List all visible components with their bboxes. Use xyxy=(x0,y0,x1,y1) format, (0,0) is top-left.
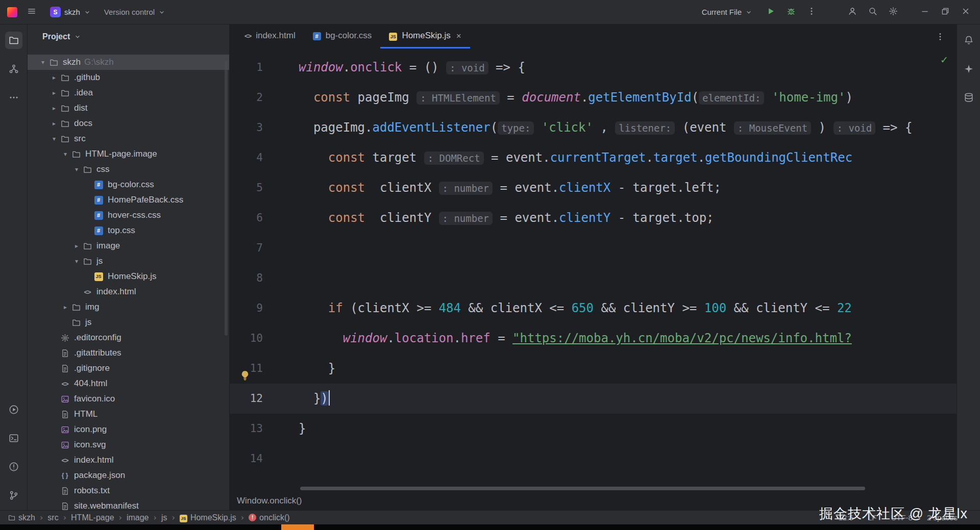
tab-homeskip-js[interactable]: JSHomeSkip.js× xyxy=(380,24,470,48)
breadcrumb-onclick[interactable]: !onclick() xyxy=(249,513,290,522)
breadcrumb-image[interactable]: image xyxy=(127,513,149,522)
tree-item-package-json[interactable]: { }package.json xyxy=(28,468,229,483)
gutter-line-number[interactable]: 10 xyxy=(230,323,299,354)
tree-item-gitignore[interactable]: .gitignore xyxy=(28,361,229,376)
project-folder-icon[interactable] xyxy=(5,32,22,49)
gutter-line-number[interactable]: 6 xyxy=(230,203,299,233)
tree-item-img[interactable]: ▸img xyxy=(28,299,229,315)
tree-chevron-icon[interactable]: ▾ xyxy=(71,166,82,173)
tree-item-top-css[interactable]: #top.css xyxy=(28,223,229,238)
tree-item-github[interactable]: ▸.github xyxy=(28,70,229,85)
breadcrumb-src[interactable]: src xyxy=(47,513,58,522)
gutter-line-number[interactable]: 7 xyxy=(230,233,299,263)
breadcrumb-js[interactable]: js xyxy=(161,513,167,522)
code-line[interactable]: 13} xyxy=(230,414,957,444)
intention-lightbulb-icon[interactable] xyxy=(239,362,251,373)
code-line[interactable]: 11 } xyxy=(230,354,957,384)
tree-item-index-html[interactable]: <>index.html xyxy=(28,452,229,468)
tree-item-docs[interactable]: ▸docs xyxy=(28,116,229,131)
tree-chevron-icon[interactable]: ▾ xyxy=(48,135,60,142)
gutter-line-number[interactable]: 3 xyxy=(230,113,299,143)
gutter-line-number[interactable]: 9 xyxy=(230,293,299,323)
project-widget[interactable]: S skzh xyxy=(46,4,95,20)
debug-button[interactable] xyxy=(782,3,800,21)
tab-index-html[interactable]: <>index.html xyxy=(236,24,304,48)
close-button[interactable] xyxy=(957,3,975,21)
tree-item-src[interactable]: ▾src xyxy=(28,131,229,146)
gutter-line-number[interactable]: 4 xyxy=(230,143,299,173)
tree-item-idea[interactable]: ▸.idea xyxy=(28,85,229,100)
version-control-icon[interactable] xyxy=(5,487,22,504)
tree-item-hover-css-css[interactable]: #hover-css.css xyxy=(28,208,229,223)
more-actions-button[interactable] xyxy=(802,3,821,21)
tree-chevron-icon[interactable]: ▸ xyxy=(48,89,60,96)
code-line[interactable]: 2 const pageImg : HTMLElement = document… xyxy=(230,83,957,113)
tree-chevron-icon[interactable]: ▾ xyxy=(71,258,82,265)
tree-item-favicon-ico[interactable]: favicon.ico xyxy=(28,391,229,407)
tree-item-skzh[interactable]: ▾skzh G:\skzh xyxy=(28,55,229,70)
ai-assistant-icon[interactable] xyxy=(960,60,977,78)
code-line[interactable]: 10 window.location.href = "https://moba.… xyxy=(230,323,957,354)
database-icon[interactable] xyxy=(960,89,977,106)
code-line[interactable]: 3 pageImg.addEventListener(type: 'click'… xyxy=(230,113,957,143)
breadcrumb-skzh[interactable]: skzh xyxy=(8,513,35,522)
tab-options-kebab-icon[interactable] xyxy=(931,28,949,46)
project-panel-header[interactable]: Project xyxy=(28,24,229,48)
tab-bg-color-css[interactable]: #bg-color.css xyxy=(304,24,381,48)
main-menu-button[interactable] xyxy=(22,3,41,21)
more-icon[interactable] xyxy=(5,89,22,106)
code-line[interactable]: 4 const target : DOMRect = event.current… xyxy=(230,143,957,173)
notifications-icon[interactable] xyxy=(960,32,977,49)
maximize-restore-button[interactable] xyxy=(936,3,954,21)
tree-item-bg-color-css[interactable]: #bg-color.css xyxy=(28,177,229,192)
tree-item-dist[interactable]: ▸dist xyxy=(28,100,229,116)
run-config-selector[interactable]: Current File xyxy=(698,5,756,19)
tree-item-homeskip-js[interactable]: JSHomeSkip.js xyxy=(28,269,229,284)
editor-horizontal-scrollbar[interactable] xyxy=(300,487,865,490)
code-line[interactable]: 7 xyxy=(230,233,957,263)
tree-chevron-icon[interactable]: ▸ xyxy=(48,105,60,112)
gutter-line-number[interactable]: 2 xyxy=(230,83,299,113)
code-line[interactable]: 6 const clientY : number = event.clientY… xyxy=(230,203,957,233)
gutter-line-number[interactable]: 8 xyxy=(230,263,299,293)
tree-chevron-icon[interactable]: ▾ xyxy=(60,150,71,158)
search-everywhere-button[interactable] xyxy=(864,3,882,21)
tree-chevron-icon[interactable]: ▸ xyxy=(60,304,71,311)
code-line[interactable]: 5 const clientX : number = event.clientX… xyxy=(230,173,957,203)
minimize-button[interactable] xyxy=(916,3,934,21)
structure-icon[interactable] xyxy=(5,60,22,78)
tree-item-image[interactable]: ▸image xyxy=(28,238,229,254)
breadcrumb-html-page[interactable]: HTML-page xyxy=(71,513,114,522)
user-account-button[interactable] xyxy=(843,3,862,21)
tree-item-index-html[interactable]: <>index.html xyxy=(28,284,229,299)
tab-close-icon[interactable]: × xyxy=(456,32,461,40)
tree-chevron-icon[interactable]: ▸ xyxy=(71,242,82,249)
tree-item-html-page-image[interactable]: ▾HTML-page.image xyxy=(28,146,229,162)
tree-item-js[interactable]: ▾js xyxy=(28,254,229,269)
gutter-line-number[interactable]: 5 xyxy=(230,173,299,203)
code-line[interactable]: 14 xyxy=(230,444,957,474)
tree-item-site-webmanifest[interactable]: site.webmanifest xyxy=(28,498,229,510)
tree-chevron-icon[interactable]: ▸ xyxy=(48,120,60,127)
tree-item-js[interactable]: js xyxy=(28,315,229,330)
gutter-line-number[interactable]: 12 xyxy=(230,384,299,414)
vcs-widget[interactable]: Version control xyxy=(100,5,169,19)
tree-chevron-icon[interactable]: ▾ xyxy=(37,59,48,66)
terminal-icon[interactable] xyxy=(5,430,22,447)
problems-icon[interactable] xyxy=(5,458,22,475)
tree-item-html[interactable]: HTML xyxy=(28,407,229,422)
tree-item-icon-png[interactable]: icon.png xyxy=(28,422,229,437)
run-button[interactable] xyxy=(762,3,780,21)
tree-item-homepafeback-css[interactable]: #HomePafeBack.css xyxy=(28,192,229,208)
tree-item-css[interactable]: ▾css xyxy=(28,162,229,177)
tree-item-robots-txt[interactable]: robots.txt xyxy=(28,483,229,498)
code-line[interactable]: 12 }) xyxy=(230,384,957,414)
tree-item-gitattributes[interactable]: .gitattributes xyxy=(28,345,229,361)
project-tree-scrollbar[interactable] xyxy=(225,60,228,336)
code-line[interactable]: 8 xyxy=(230,263,957,293)
gutter-line-number[interactable]: 14 xyxy=(230,444,299,474)
tree-chevron-icon[interactable]: ▸ xyxy=(48,74,60,81)
settings-button[interactable] xyxy=(884,3,902,21)
tree-item-icon-svg[interactable]: icon.svg xyxy=(28,437,229,452)
code-line[interactable]: 9 if (clientX >= 484 && clientX <= 650 &… xyxy=(230,293,957,323)
